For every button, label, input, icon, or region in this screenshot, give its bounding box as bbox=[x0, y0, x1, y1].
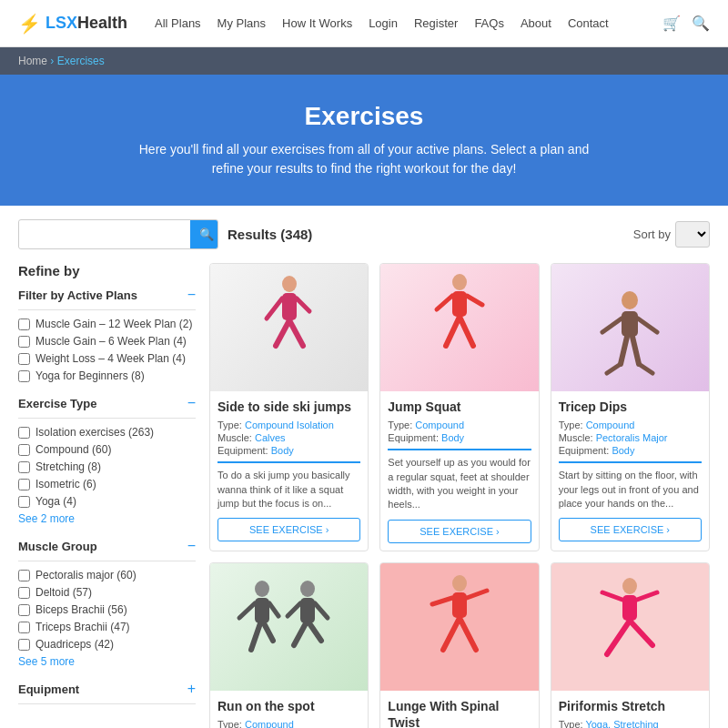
checkbox-triceps[interactable] bbox=[18, 622, 30, 633]
checkbox-isometric[interactable] bbox=[18, 479, 30, 490]
svg-line-36 bbox=[432, 598, 452, 604]
card-muscle-3: Muscle: Pectoralis Major bbox=[559, 432, 702, 443]
filter-quadriceps[interactable]: Quadriceps (42) bbox=[18, 638, 196, 651]
filter-stretching[interactable]: Stretching (8) bbox=[18, 460, 196, 473]
card-equipment-link-2[interactable]: Body bbox=[441, 432, 464, 443]
checkbox-deltoid[interactable] bbox=[18, 587, 30, 599]
card-title-1: Side to side ski jumps bbox=[217, 399, 360, 415]
nav-faqs[interactable]: FAQs bbox=[474, 16, 504, 30]
muscle-group-see-more[interactable]: See 5 more bbox=[18, 655, 196, 668]
svg-point-26 bbox=[300, 581, 315, 597]
filter-muscle-group-header: Muscle Group − bbox=[18, 539, 196, 553]
filter-divider-4 bbox=[18, 703, 196, 704]
filter-deltoid[interactable]: Deltoid (57) bbox=[18, 586, 196, 599]
svg-rect-1 bbox=[282, 293, 297, 320]
filter-isometric[interactable]: Isometric (6) bbox=[18, 478, 196, 490]
filter-active-plans-toggle[interactable]: − bbox=[187, 288, 196, 302]
see-exercise-btn-1[interactable]: SEE EXERCISE › bbox=[217, 518, 360, 541]
checkbox-pectoralis[interactable] bbox=[18, 570, 30, 581]
card-body-4: Run on the spot Type: Compound Muscle: Q… bbox=[210, 691, 368, 728]
svg-line-25 bbox=[269, 603, 278, 616]
nav-contact[interactable]: Contact bbox=[568, 16, 609, 30]
card-body-3: Tricep Dips Type: Compound Muscle: Pecto… bbox=[551, 391, 709, 549]
svg-line-24 bbox=[239, 603, 255, 618]
card-title-2: Jump Squat bbox=[388, 399, 531, 415]
svg-line-2 bbox=[276, 320, 289, 346]
breadcrumb-current: Exercises bbox=[57, 55, 105, 67]
checkbox-yoga-beginners[interactable] bbox=[18, 370, 30, 382]
see-exercise-btn-3[interactable]: SEE EXERCISE › bbox=[559, 518, 702, 541]
filter-equipment-toggle[interactable]: + bbox=[187, 682, 196, 696]
card-type-link-6[interactable]: Yoga, Stretching bbox=[585, 719, 658, 728]
filter-exercise-type-title: Exercise Type bbox=[18, 397, 96, 410]
nav-register[interactable]: Register bbox=[414, 16, 458, 30]
checkbox-compound[interactable] bbox=[18, 444, 30, 456]
exercise-figure-4 bbox=[226, 572, 353, 682]
svg-line-16 bbox=[621, 337, 627, 364]
cards-grid: Side to side ski jumps Type: Compound Is… bbox=[209, 263, 710, 728]
svg-line-31 bbox=[315, 603, 328, 618]
card-muscle-link-3[interactable]: Pectoralis Major bbox=[596, 432, 668, 443]
card-muscle-link-1[interactable]: Calves bbox=[255, 432, 286, 443]
exercise-type-see-more[interactable]: See 2 more bbox=[18, 512, 196, 525]
card-equipment-link-3[interactable]: Body bbox=[612, 445, 634, 456]
card-type-6: Type: Yoga, Stretching bbox=[559, 719, 702, 728]
filter-muscle-gain-12[interactable]: Muscle Gain – 12 Week Plan (2) bbox=[18, 318, 196, 330]
filter-muscle-gain-6[interactable]: Muscle Gain – 6 Week Plan (4) bbox=[18, 335, 196, 348]
filter-yoga-type[interactable]: Yoga (4) bbox=[18, 495, 196, 508]
search-button[interactable]: 🔍 bbox=[190, 220, 218, 248]
filter-biceps[interactable]: Biceps Brachii (56) bbox=[18, 603, 196, 616]
card-type-link-1[interactable]: Compound Isolation bbox=[245, 420, 334, 430]
lightning-icon: ⚡ bbox=[18, 13, 41, 35]
svg-line-8 bbox=[446, 317, 460, 346]
card-piriformis-stretch: Piriformis Stretch Type: Yoga, Stretchin… bbox=[551, 562, 710, 728]
breadcrumb-home[interactable]: Home bbox=[18, 55, 47, 67]
card-equipment-link-1[interactable]: Body bbox=[271, 445, 294, 456]
card-divider-2 bbox=[388, 449, 531, 450]
header-right: 🛒 🔍 bbox=[662, 15, 710, 32]
card-img-1 bbox=[210, 264, 368, 391]
filter-pectoralis[interactable]: Pectoralis major (60) bbox=[18, 569, 196, 581]
checkbox-isolation[interactable] bbox=[18, 427, 30, 439]
filter-triceps[interactable]: Triceps Brachii (47) bbox=[18, 621, 196, 633]
nav-my-plans[interactable]: My Plans bbox=[217, 16, 266, 30]
card-type-link-2[interactable]: Compound bbox=[415, 420, 464, 430]
exercise-figure-2 bbox=[428, 273, 491, 382]
checkbox-weight-loss-4[interactable] bbox=[18, 353, 30, 365]
hero-section: Exercises Here you'll find all your exer… bbox=[0, 75, 728, 206]
filter-yoga-beginners[interactable]: Yoga for Beginners (8) bbox=[18, 369, 196, 382]
filter-isolation[interactable]: Isolation exercises (263) bbox=[18, 426, 196, 439]
filter-active-plans: Filter by Active Plans − Muscle Gain – 1… bbox=[18, 288, 196, 382]
logo-lsx: LSX bbox=[46, 14, 77, 33]
search-icon[interactable]: 🔍 bbox=[692, 15, 710, 32]
search-input[interactable] bbox=[19, 221, 190, 248]
checkbox-muscle-gain-6[interactable] bbox=[18, 336, 30, 348]
card-muscle-1: Muscle: Calves bbox=[217, 432, 360, 443]
filter-muscle-group-toggle[interactable]: − bbox=[187, 539, 196, 553]
nav-all-plans[interactable]: All Plans bbox=[155, 16, 201, 30]
filter-exercise-type-toggle[interactable]: − bbox=[187, 396, 196, 410]
svg-line-37 bbox=[467, 591, 487, 598]
card-lunge-spinal-twist: Lunge With Spinal Twist Type: Yoga, Stre… bbox=[379, 562, 539, 728]
sort-label: Sort by bbox=[633, 228, 671, 241]
sort-select[interactable] bbox=[675, 221, 710, 248]
checkbox-muscle-gain-12[interactable] bbox=[18, 318, 30, 330]
card-type-link-3[interactable]: Compound bbox=[586, 420, 635, 430]
cart-icon[interactable]: 🛒 bbox=[662, 15, 681, 32]
nav-how-it-works[interactable]: How It Works bbox=[282, 16, 352, 30]
filter-weight-loss-4[interactable]: Weight Loss – 4 Week Plan (4) bbox=[18, 352, 196, 365]
svg-point-12 bbox=[622, 291, 638, 309]
card-type-link-4[interactable]: Compound bbox=[245, 719, 294, 728]
checkbox-stretching[interactable] bbox=[18, 461, 30, 473]
nav-about[interactable]: About bbox=[521, 16, 551, 30]
checkbox-yoga-type[interactable] bbox=[18, 496, 30, 508]
nav-login[interactable]: Login bbox=[369, 16, 398, 30]
filter-compound[interactable]: Compound (60) bbox=[18, 443, 196, 456]
svg-line-17 bbox=[632, 337, 639, 364]
checkbox-quadriceps[interactable] bbox=[18, 639, 30, 651]
svg-point-38 bbox=[622, 578, 637, 594]
checkbox-biceps[interactable] bbox=[18, 604, 30, 616]
see-exercise-btn-2[interactable]: SEE EXERCISE › bbox=[388, 520, 531, 543]
svg-line-42 bbox=[602, 592, 622, 600]
svg-line-10 bbox=[437, 296, 452, 309]
